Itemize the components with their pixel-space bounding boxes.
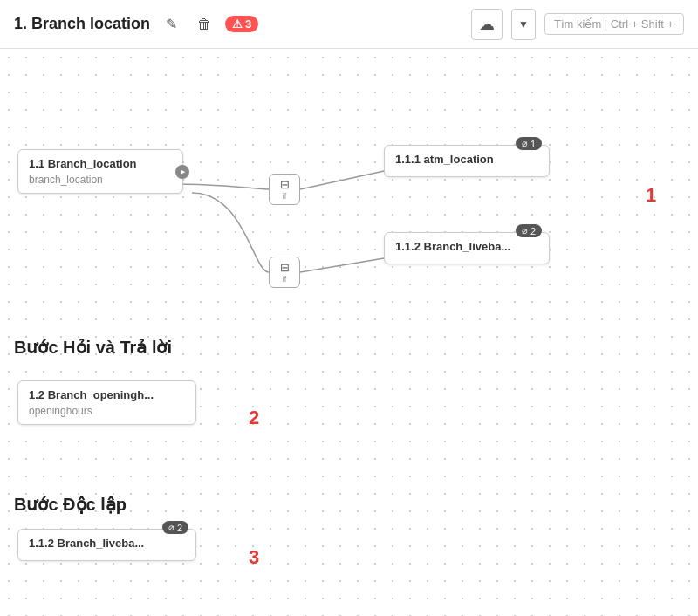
gate-1-label: if: [283, 192, 287, 201]
node-1-1-1-title: 1.1.1 atm_location: [395, 153, 538, 166]
badge-value-2: 2: [530, 226, 536, 236]
search-placeholder: Tìm kiếm | Ctrl + Shift +: [554, 17, 674, 31]
node-1-1-2-bottom[interactable]: ⌀ 2 1.1.2 Branch_liveba...: [17, 529, 196, 561]
chevron-down-icon: ▼: [518, 18, 529, 31]
edit-button[interactable]: ✎: [159, 12, 183, 37]
badge-icon-2: ⌀: [522, 225, 528, 236]
node-1-2-sub: openinghours: [29, 405, 185, 417]
node-1-1-title: 1.1 Branch_location: [29, 157, 172, 170]
gate-1[interactable]: ⊟ if: [269, 174, 300, 205]
warning-icon: ⚠: [232, 17, 243, 31]
delete-button[interactable]: 🗑: [192, 12, 216, 37]
node-1-1-2-top[interactable]: ⌀ 2 1.1.2 Branch_liveba...: [384, 232, 550, 264]
error-badge: ⚠ 3: [225, 16, 258, 32]
gate-2-label: if: [283, 275, 287, 284]
badge-value-3: 2: [177, 523, 182, 533]
canvas: Bước Hỏi và Trả lời Bước Độc lập 1 2 3 1…: [0, 49, 698, 616]
edit-icon: ✎: [166, 16, 177, 32]
node-1-1-1-badge: ⌀ 1: [516, 137, 542, 150]
node-1-1-2-bottom-badge: ⌀ 2: [162, 521, 188, 534]
step-number: 1.: [14, 15, 27, 32]
node-1-1[interactable]: 1.1 Branch_location branch_location: [17, 149, 183, 194]
step-number-2: 2: [249, 407, 259, 429]
node-1-1-1[interactable]: ⌀ 1 1.1.1 atm_location: [384, 145, 550, 177]
node-1-2[interactable]: 1.2 Branch_openingh... openinghours: [17, 380, 196, 425]
gate-2[interactable]: ⊟ if: [269, 257, 300, 288]
page-title: 1. Branch location: [14, 15, 150, 33]
node-1-1-2-top-title: 1.1.2 Branch_liveba...: [395, 240, 538, 253]
cloud-icon: ☁: [479, 15, 495, 34]
trash-icon: 🗑: [197, 17, 211, 32]
dropdown-button[interactable]: ▼: [511, 9, 536, 40]
node-1-1-sub: branch_location: [29, 174, 172, 186]
gate-1-icon: ⊟: [280, 178, 290, 191]
branch-title: Branch location: [31, 15, 150, 32]
port-right-1-1[interactable]: [175, 165, 189, 179]
section-label-buoc-doc-lap: Bước Độc lập: [14, 494, 127, 515]
node-1-2-title: 1.2 Branch_openingh...: [29, 388, 185, 401]
badge-icon-3: ⌀: [168, 522, 174, 533]
step-number-1: 1: [646, 184, 656, 207]
search-box[interactable]: Tìm kiếm | Ctrl + Shift +: [544, 13, 684, 35]
gate-2-icon: ⊟: [280, 261, 290, 274]
section-label-buoc-hoi: Bước Hỏi và Trả lời: [14, 337, 172, 358]
badge-value: 1: [530, 139, 536, 149]
node-1-1-2-top-badge: ⌀ 2: [516, 224, 542, 237]
header: 1. Branch location ✎ 🗑 ⚠ 3 ☁ ▼ Tìm kiếm …: [0, 0, 698, 49]
error-count: 3: [245, 17, 251, 31]
cloud-button[interactable]: ☁: [471, 9, 503, 40]
badge-icon: ⌀: [522, 138, 528, 149]
node-1-1-2-bottom-title: 1.1.2 Branch_liveba...: [29, 537, 185, 550]
step-number-3: 3: [249, 546, 259, 569]
